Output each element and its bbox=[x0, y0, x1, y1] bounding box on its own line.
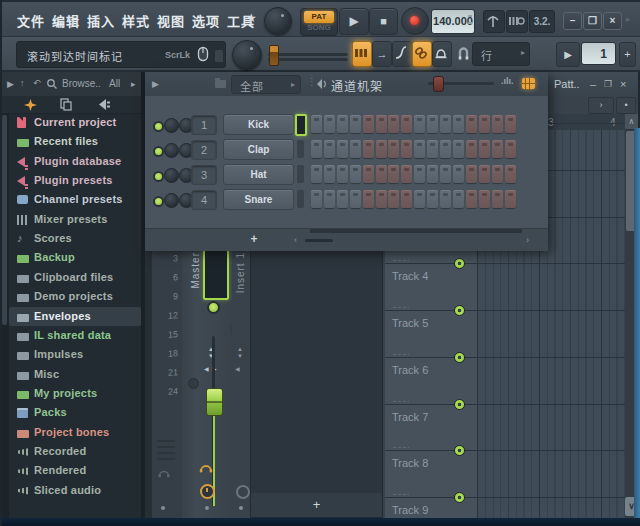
browser-item-project-bones[interactable]: Project bones bbox=[9, 423, 141, 442]
step-button[interactable] bbox=[376, 140, 387, 158]
step-button[interactable] bbox=[388, 165, 399, 183]
step-button[interactable] bbox=[479, 190, 490, 208]
step-button[interactable] bbox=[337, 165, 348, 183]
playlist-next-button[interactable]: › bbox=[588, 97, 614, 114]
step-button[interactable] bbox=[427, 190, 438, 208]
channel-pan-knob[interactable] bbox=[164, 168, 179, 183]
browser-item-sliced-audio[interactable]: Sliced audio bbox=[9, 481, 141, 500]
step-button[interactable] bbox=[324, 190, 335, 208]
channel-filter-selector[interactable]: 全部 ▸ bbox=[231, 75, 301, 94]
keyboard-editor-icon[interactable] bbox=[522, 78, 535, 89]
step-button[interactable] bbox=[337, 115, 348, 133]
step-button[interactable] bbox=[492, 190, 503, 208]
rack-mini-scroll-thumb[interactable] bbox=[305, 239, 333, 242]
pat-song-toggle[interactable]: PAT SONG bbox=[300, 8, 338, 36]
step-button[interactable] bbox=[414, 165, 425, 183]
step-button[interactable] bbox=[427, 115, 438, 133]
step-button[interactable] bbox=[376, 115, 387, 133]
step-button[interactable] bbox=[505, 165, 516, 183]
browser-item-plugin-presets[interactable]: Plugin presets bbox=[9, 171, 141, 190]
step-button[interactable] bbox=[363, 140, 374, 158]
step-button[interactable] bbox=[350, 115, 361, 133]
playlist-close-button[interactable]: × bbox=[620, 78, 626, 90]
rack-hscrollbar-thumb[interactable] bbox=[310, 229, 522, 233]
step-button[interactable] bbox=[388, 190, 399, 208]
scroll-right-icon[interactable]: › bbox=[526, 235, 529, 245]
minimize-button[interactable]: – bbox=[563, 12, 582, 30]
clipboard-files-icon[interactable] bbox=[60, 98, 72, 111]
step-button[interactable] bbox=[440, 165, 451, 183]
pat-mode-button[interactable]: PAT bbox=[304, 11, 334, 23]
playlist-marker-button[interactable]: • bbox=[616, 97, 636, 114]
step-button[interactable] bbox=[492, 115, 503, 133]
scroll-left-icon[interactable]: ‹ bbox=[294, 235, 297, 245]
mute-led[interactable] bbox=[188, 378, 199, 389]
step-button[interactable] bbox=[466, 165, 477, 183]
step-button[interactable] bbox=[311, 115, 322, 133]
clock-dim-icon[interactable] bbox=[236, 485, 250, 499]
snap-selector[interactable]: 行 ▸ bbox=[472, 42, 530, 66]
browser-item-recent-files[interactable]: Recent files bbox=[9, 132, 141, 151]
snap-magnet-icon[interactable] bbox=[457, 46, 470, 60]
step-button[interactable] bbox=[492, 165, 503, 183]
channel-number-display[interactable]: 2 bbox=[191, 140, 217, 160]
step-button[interactable] bbox=[479, 115, 490, 133]
browser-item-mixer-presets[interactable]: Mixer presets bbox=[9, 210, 141, 229]
toolbar-overflow-icon[interactable]: ▸ bbox=[626, 14, 631, 24]
browser-item-packs[interactable]: Packs bbox=[9, 403, 141, 422]
pan-left-icon[interactable]: ◀ bbox=[204, 366, 209, 372]
browser-item-il-shared-data[interactable]: IL shared data bbox=[9, 326, 141, 345]
swing-slider-handle[interactable] bbox=[433, 76, 444, 92]
master-led[interactable] bbox=[207, 301, 220, 314]
menu-item-3[interactable]: 样式 bbox=[122, 14, 150, 29]
channel-rack-header[interactable]: ▶ 全部 ▸ ⋮ 通道机架 .ılı. bbox=[145, 72, 548, 97]
step-button[interactable] bbox=[453, 115, 464, 133]
browser-item-backup[interactable]: Backup bbox=[9, 248, 141, 267]
browser-refresh-icon[interactable]: ↶ bbox=[33, 78, 41, 88]
blend-notes-button[interactable] bbox=[392, 41, 412, 67]
channel-name-button[interactable]: Snare bbox=[223, 189, 294, 210]
close-button[interactable]: × bbox=[603, 12, 622, 30]
favorites-star-icon[interactable]: ★ bbox=[246, 11, 257, 25]
step-button[interactable] bbox=[350, 165, 361, 183]
channel-number-display[interactable]: 3 bbox=[191, 165, 217, 185]
add-channel-button[interactable]: + bbox=[245, 232, 263, 248]
stereo-sep-down-icon[interactable]: ▼ bbox=[237, 353, 243, 359]
step-button[interactable] bbox=[401, 140, 412, 158]
step-button[interactable] bbox=[414, 140, 425, 158]
step-button[interactable] bbox=[453, 140, 464, 158]
master-volume-handle[interactable] bbox=[269, 45, 279, 66]
step-button[interactable] bbox=[505, 190, 516, 208]
step-button[interactable] bbox=[324, 115, 335, 133]
browser-item-rendered[interactable]: Rendered bbox=[9, 461, 141, 480]
browser-item-demo-projects[interactable]: Demo projects bbox=[9, 287, 141, 306]
step-button[interactable] bbox=[401, 115, 412, 133]
insert-strip[interactable]: Insert 1 ▲ ▼ ◀ bbox=[232, 244, 250, 518]
playlist-maximize-button[interactable]: ❐ bbox=[604, 79, 612, 89]
drag-handle-icon[interactable]: ⋮ bbox=[307, 76, 317, 87]
rack-menu-icon[interactable]: ▶ bbox=[152, 79, 159, 89]
channel-led[interactable] bbox=[153, 146, 164, 157]
step-button[interactable] bbox=[414, 190, 425, 208]
browser-item-plugin-database[interactable]: Plugin database bbox=[9, 152, 141, 171]
mixer-left-scrollbar[interactable] bbox=[145, 244, 152, 518]
plugins-icon[interactable] bbox=[98, 99, 111, 110]
channel-name-button[interactable]: Kick bbox=[223, 114, 294, 135]
browser-filter-all[interactable]: All bbox=[109, 78, 120, 89]
main-volume-knob[interactable] bbox=[264, 7, 292, 35]
step-button[interactable] bbox=[376, 165, 387, 183]
record-button[interactable] bbox=[401, 7, 429, 35]
master-volume-slider[interactable] bbox=[268, 53, 348, 56]
step-button[interactable] bbox=[363, 165, 374, 183]
master-strip[interactable]: Master ▲ ▼ ◀ ▶ bbox=[182, 244, 232, 518]
pan-left-icon[interactable]: ◀ bbox=[235, 366, 240, 372]
mixer-plugin-panel[interactable]: + bbox=[250, 246, 383, 518]
channel-number-display[interactable]: 1 bbox=[191, 115, 217, 135]
step-button[interactable] bbox=[466, 190, 477, 208]
browser-scrollbar-thumb[interactable] bbox=[2, 115, 7, 325]
headphone-icon[interactable] bbox=[199, 462, 213, 473]
menu-item-1[interactable]: 编辑 bbox=[52, 14, 80, 29]
step-button[interactable] bbox=[440, 190, 451, 208]
play-button[interactable]: ▶ bbox=[339, 8, 369, 35]
channel-pan-knob[interactable] bbox=[164, 143, 179, 158]
